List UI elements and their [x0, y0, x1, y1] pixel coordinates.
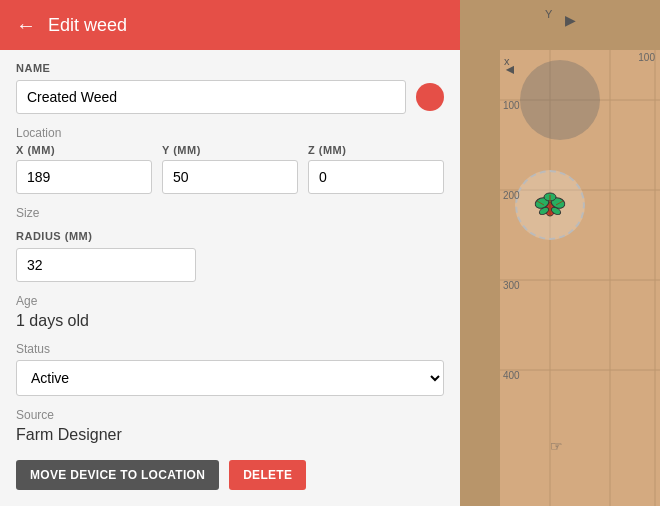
tick-100-left: 100 — [503, 100, 520, 111]
delete-button[interactable]: DELETE — [229, 460, 306, 490]
left-panel: ← Edit weed NAME Location X (MM) Y (MM) … — [0, 0, 460, 506]
status-select[interactable]: Active Inactive — [16, 360, 444, 396]
source-value: Farm Designer — [16, 426, 444, 444]
y-axis-label: Y — [545, 8, 552, 20]
weed-icon — [530, 181, 570, 229]
garden-map: Y x 100 100 200 300 400 ▶ ▼ ☞ — [460, 0, 660, 506]
source-label: Source — [16, 408, 444, 422]
size-label: Size — [16, 206, 444, 220]
source-section: Source Farm Designer — [16, 408, 444, 444]
move-device-button[interactable]: MOVE DEVICE TO LOCATION — [16, 460, 219, 490]
age-value: 1 days old — [16, 312, 444, 330]
radius-label: RADIUS (MM) — [16, 230, 444, 242]
color-dot[interactable] — [416, 83, 444, 111]
name-input[interactable] — [16, 80, 406, 114]
cursor-indicator: ☞ — [550, 438, 563, 454]
y-input[interactable] — [162, 160, 298, 194]
form-area: NAME Location X (MM) Y (MM) Z (MM) Size — [0, 50, 460, 506]
tick-300-left: 300 — [503, 280, 520, 291]
y-label: Y (MM) — [162, 144, 298, 156]
age-label: Age — [16, 294, 444, 308]
y-arrow-icon: ▶ — [565, 12, 576, 28]
weed-marker — [515, 170, 585, 240]
y-col: Y (MM) — [162, 144, 298, 194]
back-button[interactable]: ← — [16, 14, 36, 37]
z-label: Z (MM) — [308, 144, 444, 156]
tick-200-left: 200 — [503, 190, 520, 201]
name-row — [16, 80, 444, 114]
status-section: Status Active Inactive — [16, 342, 444, 396]
x-arrow-icon: ▼ — [503, 63, 519, 77]
tick-400-left: 400 — [503, 370, 520, 381]
z-col: Z (MM) — [308, 144, 444, 194]
axis-bar-left — [460, 0, 500, 506]
x-input[interactable] — [16, 160, 152, 194]
robot-circle — [520, 60, 600, 140]
header: ← Edit weed — [0, 0, 460, 50]
x-col: X (MM) — [16, 144, 152, 194]
buttons-row: MOVE DEVICE TO LOCATION DELETE — [16, 460, 444, 500]
location-row: X (MM) Y (MM) Z (MM) — [16, 144, 444, 194]
page-title: Edit weed — [48, 15, 127, 36]
location-label: Location — [16, 126, 444, 140]
size-section: Size RADIUS (MM) — [16, 206, 444, 282]
name-label: NAME — [16, 62, 444, 74]
status-label: Status — [16, 342, 444, 356]
tick-100-right: 100 — [638, 52, 655, 63]
z-input[interactable] — [308, 160, 444, 194]
x-label: X (MM) — [16, 144, 152, 156]
age-section: Age 1 days old — [16, 294, 444, 330]
radius-input[interactable] — [16, 248, 196, 282]
